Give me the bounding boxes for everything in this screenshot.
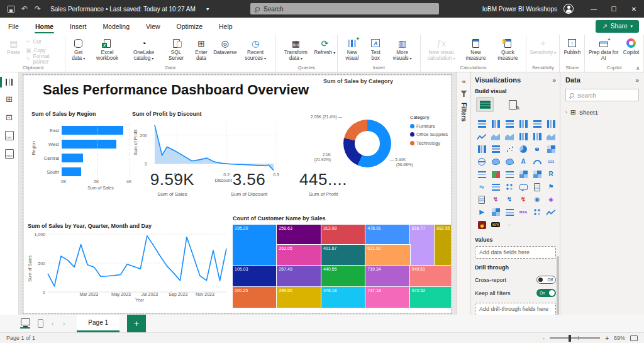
legend-item-furniture[interactable]: Furniture — [410, 123, 448, 129]
fit-to-page-icon[interactable] — [630, 335, 638, 341]
format-visual-tab[interactable] — [504, 97, 521, 112]
bar-south[interactable] — [62, 167, 81, 176]
ribbon-button-prep-data-for-ai[interactable]: Prep data for AI — [587, 37, 620, 62]
100-stacked-column-chart-icon[interactable] — [544, 118, 558, 130]
card-sum-of-sales[interactable]: 9.59K Sum of Sales — [137, 170, 208, 206]
enlighten-visual-icon[interactable] — [475, 218, 489, 231]
zoom-out-button[interactable]: - — [543, 335, 545, 342]
key-influencers-icon[interactable] — [489, 181, 502, 193]
menu-tab-view[interactable]: View — [138, 18, 169, 35]
ribbon-button-cut[interactable]: ✂Cut — [25, 38, 63, 45]
pin-map-icon[interactable]: ◉ — [530, 193, 544, 206]
multi-row-card-icon[interactable] — [475, 168, 489, 181]
bar-central[interactable] — [62, 154, 83, 162]
ribbon-button-refresh[interactable]: ⟳Refresh▾ — [314, 37, 335, 56]
treemap-cell-267-49[interactable]: 267.49 — [277, 266, 321, 287]
shape-map-icon[interactable] — [502, 155, 516, 168]
undo-icon[interactable]: ↶ — [21, 5, 28, 13]
more-visuals-options-icon[interactable]: ··· — [502, 218, 516, 231]
mta-visual-icon[interactable]: MTA — [516, 206, 530, 218]
close-button[interactable]: ✕ — [624, 0, 644, 18]
ribbon-button-paste[interactable]: ▤Paste — [3, 37, 24, 56]
scorecard-icon[interactable]: ↯ — [516, 193, 530, 206]
stock-chart-icon[interactable] — [544, 206, 558, 218]
clustered-bar-chart-icon[interactable] — [502, 118, 516, 130]
menu-tab-file[interactable]: File — [0, 18, 27, 35]
ribbon-button-sql-server[interactable]: SQL Server — [164, 37, 189, 62]
legend-item-technology[interactable]: Technology — [410, 140, 448, 146]
bar-chart-visual[interactable]: Sum of Sales by Region Region EastWestCe… — [31, 111, 140, 214]
ribbon-button-new-visual-calculation[interactable]: ƒxNew visual calculation▾ — [423, 37, 460, 62]
data-search-input[interactable]: Search — [565, 89, 639, 101]
ribbon-button-transform-data[interactable]: ▦Transform data▾ — [278, 37, 314, 62]
treemap-cell-478-91[interactable]: 478.91 — [365, 225, 409, 245]
treemap-cell-882-55[interactable]: 882.55 — [435, 225, 451, 266]
ribbon-button-copilot[interactable]: Copilot — [621, 37, 641, 56]
decomposition-tree-icon[interactable] — [502, 181, 516, 193]
treemap-cell-816-77[interactable]: 816.77 — [410, 225, 435, 266]
next-page-icon[interactable]: › — [62, 320, 66, 327]
donut-chart-icon[interactable] — [530, 143, 544, 155]
ribbon-button-dataverse[interactable]: ◎Dataverse — [214, 37, 237, 56]
keep-all-filters-toggle[interactable]: On — [536, 289, 556, 297]
treemap-cell-476-18[interactable]: 476.18 — [321, 287, 365, 308]
ribbon-collapse-icon[interactable]: ∧ — [636, 65, 640, 71]
stacked-column-chart-icon[interactable] — [489, 118, 502, 130]
card-icon[interactable]: 123 — [544, 155, 558, 168]
mobile-view-icon[interactable] — [38, 319, 43, 328]
azure-map-icon[interactable]: A — [516, 155, 530, 168]
table-sheet1-row[interactable]: › ⊞ Sheet1 — [565, 109, 639, 116]
ribbon-button-sensitivity[interactable]: ✦Sensitivity▾ — [528, 37, 557, 56]
treemap-cell-401-67[interactable]: 401.67 — [321, 245, 365, 266]
share-button[interactable]: ↗ Share ▾ — [596, 20, 639, 33]
area-chart-icon[interactable] — [489, 130, 502, 143]
scatter-chart-icon[interactable] — [502, 143, 516, 155]
treemap-cell-299-60[interactable]: 299.60 — [277, 287, 321, 308]
table-icon[interactable] — [516, 168, 530, 181]
kpi-custom-visual-icon[interactable]: KPI — [489, 218, 502, 231]
menu-tab-help[interactable]: Help — [211, 18, 241, 35]
previous-page-icon[interactable]: ‹ — [51, 320, 55, 327]
waterfall-chart-icon[interactable] — [475, 143, 489, 155]
filled-map-icon[interactable] — [489, 155, 502, 168]
maximize-button[interactable]: ☐ — [604, 0, 624, 18]
line-chart-visual[interactable]: Sum of Sales by Year, Quarter, Month and… — [28, 223, 231, 312]
sidebar-report-view-icon[interactable] — [0, 79, 18, 86]
ribbon-button-text-box[interactable]: Text box — [365, 37, 386, 62]
zoom-slider[interactable] — [550, 337, 600, 339]
bar-west[interactable] — [62, 140, 116, 149]
minimize-button[interactable]: — — [584, 0, 604, 18]
sidebar-dax-query-view-icon[interactable]: DAX — [0, 131, 18, 140]
zoom-in-button[interactable]: + — [605, 335, 609, 342]
global-search-input[interactable]: Search — [250, 3, 439, 14]
menu-tab-optimize[interactable]: Optimize — [169, 18, 211, 35]
desktop-view-button[interactable] — [20, 318, 30, 329]
page-tab[interactable]: Page 1 — [77, 315, 119, 332]
treemap-visual[interactable]: Count of Customer Name by Sales 195.2025… — [233, 215, 451, 311]
sidebar-table-view-icon[interactable]: ⊞ — [0, 94, 18, 104]
expand-table-icon[interactable]: › — [565, 110, 567, 115]
treemap-cell-440-55[interactable]: 440.55 — [321, 266, 365, 287]
treemap-cell-200-25[interactable]: 200.25 — [233, 287, 277, 308]
line-clustered-column-chart-icon[interactable] — [530, 130, 544, 143]
chiclet-slicer-icon[interactable] — [502, 206, 516, 218]
ribbon-button-new-visual[interactable]: New visual — [340, 37, 365, 62]
save-icon[interactable] — [8, 6, 14, 13]
power-automate-icon[interactable]: ↯ — [502, 193, 516, 206]
card-sum-of-discount[interactable]: 3.56 Sum of Discount — [216, 170, 282, 206]
python-visual-icon[interactable]: Py — [475, 181, 489, 193]
treemap-cell-719-34[interactable]: 719.34 — [365, 266, 409, 287]
map-icon[interactable] — [475, 155, 489, 168]
ribbon-button-enter-data[interactable]: ⊞Enter data — [190, 37, 213, 62]
r-script-visual-icon[interactable]: R — [544, 168, 558, 181]
grid-visual-icon[interactable] — [530, 206, 544, 218]
treemap-cell-621-92[interactable]: 621.92 — [365, 245, 409, 266]
title-caret-icon[interactable]: ▼ — [206, 7, 210, 11]
ribbon-chart-icon[interactable] — [544, 130, 558, 143]
build-visual-tab[interactable] — [476, 97, 494, 112]
ribbon-button-publish[interactable]: Publish — [562, 37, 582, 56]
menu-tab-home[interactable]: Home — [27, 18, 62, 35]
treemap-icon[interactable] — [544, 143, 558, 155]
report-page[interactable]: Sales Performance Dashboard Overview Sum… — [24, 76, 451, 313]
ribbon-button-get-data[interactable]: Get data▾ — [67, 37, 90, 62]
